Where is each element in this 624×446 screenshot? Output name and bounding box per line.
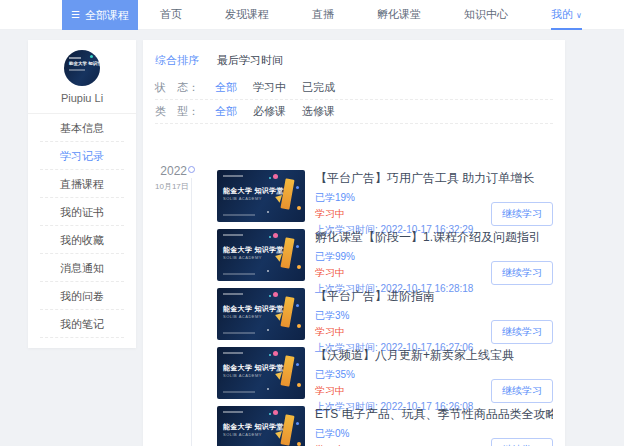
course-title[interactable]: ETS 电子产品、玩具、季节性商品品类全攻略	[315, 406, 553, 423]
status-option-learning[interactable]: 学习中	[253, 80, 286, 95]
cover-flag-graphic	[280, 178, 294, 209]
course-thumbnail[interactable]: 能金大学 知识学堂 SOLIB ACADEMY	[217, 288, 305, 340]
cover-decoration	[223, 293, 243, 295]
sort-row: 综合排序 最后学习时间	[155, 48, 553, 76]
type-filter-label: 类 型：	[155, 104, 199, 119]
avatar: 能金大学 知识学堂	[64, 50, 100, 86]
decor-dot	[296, 422, 299, 425]
continue-learning-button[interactable]: 继续学习	[491, 379, 553, 403]
cover-title: 能金大学 知识学堂	[223, 304, 284, 314]
course-thumbnail[interactable]: 能金大学 知识学堂 SOLIB ACADEMY	[217, 170, 305, 222]
status-filter-row: 状 态： 全部 学习中 已完成	[155, 76, 553, 100]
decor-dot	[273, 410, 278, 415]
decor-dot	[267, 329, 269, 331]
course-title[interactable]: 孵化课堂【阶段一】1.课程介绍及问题指引	[315, 229, 553, 246]
sidebar-item-basic-info[interactable]: 基本信息	[40, 114, 124, 142]
continue-learning-button[interactable]: 继续学习	[491, 261, 553, 285]
continue-learning-button[interactable]: 继续学习	[491, 320, 553, 344]
course-thumbnail[interactable]: 能金大学 知识学堂 SOLIB ACADEMY	[217, 229, 305, 281]
decor-dot	[296, 363, 299, 366]
status-option-all[interactable]: 全部	[215, 80, 237, 95]
cover-subtitle: SOLIB ACADEMY	[223, 373, 262, 378]
cover-subtitle: SOLIB ACADEMY	[223, 314, 262, 319]
continue-learning-button[interactable]: 继续学习	[491, 438, 553, 446]
course-title[interactable]: 【平台广告】巧用广告工具 助力订单增长	[315, 170, 553, 187]
course-thumbnail[interactable]: 能金大学 知识学堂 SOLIB ACADEMY	[217, 406, 305, 446]
cover-decoration	[223, 214, 255, 216]
all-courses-button[interactable]: ☰ 全部课程	[62, 0, 138, 30]
avatar-decoration	[69, 69, 85, 71]
cover-decoration	[223, 175, 243, 177]
nav-item-live[interactable]: 直播	[312, 0, 334, 30]
cover-title: 能金大学 知识学堂	[223, 363, 284, 373]
sort-option-comprehensive[interactable]: 综合排序	[155, 53, 199, 68]
sidebar-item-my-favorites[interactable]: 我的收藏	[40, 226, 124, 254]
decor-dot	[297, 442, 301, 446]
decor-dot	[297, 206, 301, 210]
cover-subtitle: SOLIB ACADEMY	[223, 196, 262, 201]
hamburger-icon: ☰	[71, 10, 80, 20]
continue-learning-button[interactable]: 继续学习	[491, 202, 553, 226]
decor-dot	[296, 186, 299, 189]
course-item: 能金大学 知识学堂 SOLIB ACADEMY 孵化课堂【阶段一】1.课程介绍及…	[217, 229, 553, 281]
course-item: 能金大学 知识学堂 SOLIB ACADEMY 【平台广告】进阶指南 已学3% …	[217, 288, 553, 340]
course-timeline-area: 2022 10月17日 能金大学 知识学堂 SOLIB ACADEMY	[155, 124, 553, 446]
cover-title: 能金大学 知识学堂	[223, 422, 284, 432]
decor-dot	[269, 236, 271, 238]
course-item: 能金大学 知识学堂 SOLIB ACADEMY 【平台广告】巧用广告工具 助力订…	[217, 170, 553, 222]
type-option-required[interactable]: 必修课	[253, 104, 286, 119]
decor-dot	[267, 388, 269, 390]
nav-item-discover-courses[interactable]: 发现课程	[225, 0, 269, 30]
course-item: 能金大学 知识学堂 SOLIB ACADEMY ETS 电子产品、玩具、季节性商…	[217, 406, 553, 446]
decor-dot	[269, 295, 271, 297]
sort-option-last-learning-time[interactable]: 最后学习时间	[217, 53, 283, 68]
decor-dot	[297, 324, 301, 328]
cover-decoration	[223, 391, 255, 393]
timeline-year: 2022	[155, 164, 187, 178]
course-title[interactable]: 【沃频道】八月更新+新卖家上线宝典	[315, 347, 553, 364]
timeline-day: 10月17日	[155, 181, 187, 192]
cover-flag-graphic	[280, 296, 294, 327]
type-option-all[interactable]: 全部	[215, 104, 237, 119]
decor-dot	[297, 265, 301, 269]
status-filter-label: 状 态：	[155, 80, 199, 95]
decor-dot	[269, 354, 271, 356]
learning-records-panel: 综合排序 最后学习时间 状 态： 全部 学习中 已完成 类 型： 全部 必修课 …	[143, 40, 565, 446]
type-filter-row: 类 型： 全部 必修课 选修课	[155, 100, 553, 124]
chevron-down-icon: ∨	[576, 11, 582, 20]
decor-dot	[273, 174, 278, 179]
sidebar-item-learning-records[interactable]: 学习记录	[40, 142, 124, 170]
nav-item-incubation-classroom[interactable]: 孵化课堂	[377, 0, 421, 30]
course-title[interactable]: 【平台广告】进阶指南	[315, 288, 553, 305]
sidebar-item-live-courses[interactable]: 直播课程	[40, 170, 124, 198]
decor-dot	[273, 351, 278, 356]
cover-decoration	[223, 352, 243, 354]
status-option-completed[interactable]: 已完成	[302, 80, 335, 95]
cover-decoration	[223, 273, 255, 275]
cover-title: 能金大学 知识学堂	[223, 186, 284, 196]
sidebar-item-my-notes[interactable]: 我的笔记	[40, 310, 124, 338]
nav-item-home[interactable]: 首页	[160, 0, 182, 30]
decor-dot	[267, 211, 269, 213]
nav-item-knowledge-center[interactable]: 知识中心	[464, 0, 508, 30]
timeline-dot	[188, 166, 195, 173]
sidebar-item-notifications[interactable]: 消息通知	[40, 254, 124, 282]
sidebar-item-my-certificates[interactable]: 我的证书	[40, 198, 124, 226]
top-header: ☰ 全部课程 首页 发现课程 直播 孵化课堂 知识中心 我的∨	[0, 0, 624, 30]
cover-subtitle: SOLIB ACADEMY	[223, 432, 262, 437]
nav-item-mine[interactable]: 我的∨	[551, 0, 582, 30]
decor-dot	[296, 304, 299, 307]
all-courses-label: 全部课程	[85, 8, 129, 23]
sidebar-menu: 基本信息 学习记录 直播课程 我的证书 我的收藏 消息通知 我的问卷 我的笔记	[28, 114, 136, 338]
decor-dot	[296, 245, 299, 248]
course-thumbnail[interactable]: 能金大学 知识学堂 SOLIB ACADEMY	[217, 347, 305, 399]
course-item: 能金大学 知识学堂 SOLIB ACADEMY 【沃频道】八月更新+新卖家上线宝…	[217, 347, 553, 399]
nav-item-mine-label: 我的	[551, 8, 573, 20]
decor-dot	[273, 233, 278, 238]
decor-dot	[273, 292, 278, 297]
username: Piupiu Li	[28, 92, 136, 114]
sidebar-item-my-questionnaires[interactable]: 我的问卷	[40, 282, 124, 310]
cover-decoration	[223, 332, 255, 334]
cover-title: 能金大学 知识学堂	[223, 245, 284, 255]
type-option-elective[interactable]: 选修课	[302, 104, 335, 119]
